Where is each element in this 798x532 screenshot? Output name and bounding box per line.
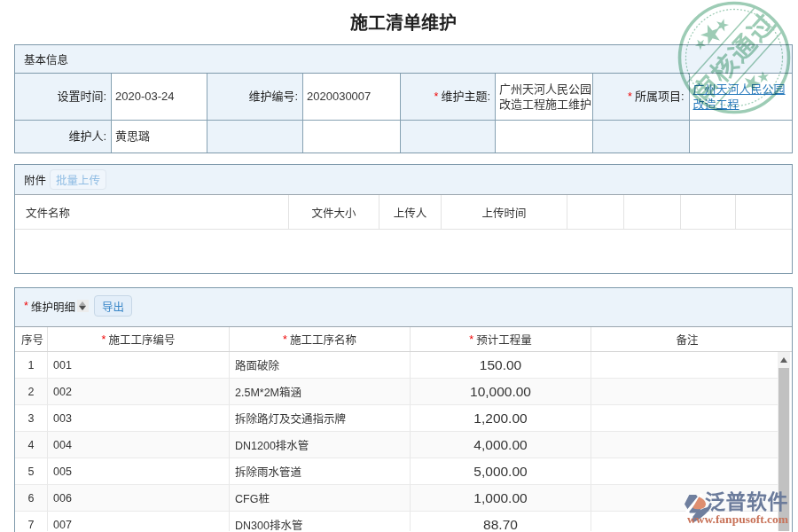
sort-icon[interactable] [77,300,89,312]
column-header-empty [681,195,736,229]
attachments-table-header: 文件名称 文件大小 上传人 上传时间 [15,195,792,230]
vendor-logo-text: 泛普软件 [705,491,788,514]
field-value-maintain-no: 2020030007 [303,74,401,120]
export-button[interactable]: 导出 [94,295,132,317]
detail-header: * 维护明细 导出 [15,288,792,327]
detail-section: * 维护明细 导出 序号 *施工工序编号 *施工工序名称 *预计工程量 备注 1… [14,287,793,532]
field-label-maintain-subject: *维护主题: [401,74,496,120]
vendor-website: www.fanpusoft.com [687,512,788,527]
table-row[interactable]: 4 004 DN1200排水管 4,000.00 [15,432,778,458]
column-header-no: 序号 [15,327,48,351]
empty-label-cell [592,120,689,153]
column-header-estimated-qty: *预计工程量 [411,327,591,351]
empty-label-cell [207,120,303,153]
column-header-file-name: 文件名称 [15,195,289,229]
required-mark: * [628,90,632,103]
field-label-maintain-no: 维护编号: [207,74,303,120]
field-value-maintain-subject: 广州天河人民公园改造工程施工维护 [496,74,593,120]
column-header-upload-time: 上传时间 [442,195,567,229]
star-icon [756,70,770,82]
detail-table-header: 序号 *施工工序编号 *施工工序名称 *预计工程量 备注 [15,327,792,352]
attachments-header: 附件 批量上传 [15,165,792,195]
column-header-uploader: 上传人 [379,195,442,229]
column-header-process-name: *施工工序名称 [230,327,411,351]
column-header-process-code: *施工工序编号 [48,327,230,351]
table-row[interactable]: 2 002 2.5M*2M箱涵 10,000.00 [15,379,778,405]
column-header-empty [736,195,792,229]
table-row[interactable]: 7 007 DN300排水管 88.70 [15,512,778,531]
table-row: 维护人: 黄思璐 [15,120,792,153]
column-header-file-size: 文件大小 [289,195,379,229]
field-label-maintainer: 维护人: [15,120,112,153]
table-row[interactable]: 5 005 拆除雨水管道 5,000.00 [15,458,778,485]
detail-title: 维护明细 [31,298,75,315]
required-mark: * [24,300,28,312]
empty-value-cell [689,120,792,153]
star-icon [692,36,708,51]
field-value-set-time: 2020-03-24 [112,74,207,120]
attachments-section: 附件 批量上传 文件名称 文件大小 上传人 上传时间 [14,164,793,274]
column-header-remark: 备注 [591,327,792,351]
detail-table-body: 1 001 路面破除 150.00 2 002 2.5M*2M箱涵 10,000… [15,352,792,531]
column-header-empty [624,195,681,229]
table-row[interactable]: 6 006 CFG桩 1,000.00 [15,485,778,512]
scroll-up-button[interactable] [778,352,790,367]
field-value-maintainer: 黄思璐 [112,120,207,153]
field-label-set-time: 设置时间: [15,74,112,120]
batch-upload-button[interactable]: 批量上传 [50,169,106,190]
required-mark: * [434,90,439,103]
column-header-empty [567,195,624,229]
basic-info-title: 基本信息 [24,51,68,67]
table-row[interactable]: 3 003 拆除路灯及交通指示牌 1,200.00 [15,405,778,432]
empty-value-cell [496,120,593,153]
empty-value-cell [303,120,401,153]
page: 施工清单维护 基本信息 设置时间: 2020-03-24 维护编号: 20200… [0,0,798,532]
star-icon [741,73,763,93]
table-row[interactable]: 1 001 路面破除 150.00 [15,352,778,379]
attachments-title: 附件 [24,171,46,188]
audit-passed-stamp: 审核通过 [672,0,796,120]
empty-label-cell [401,120,496,153]
